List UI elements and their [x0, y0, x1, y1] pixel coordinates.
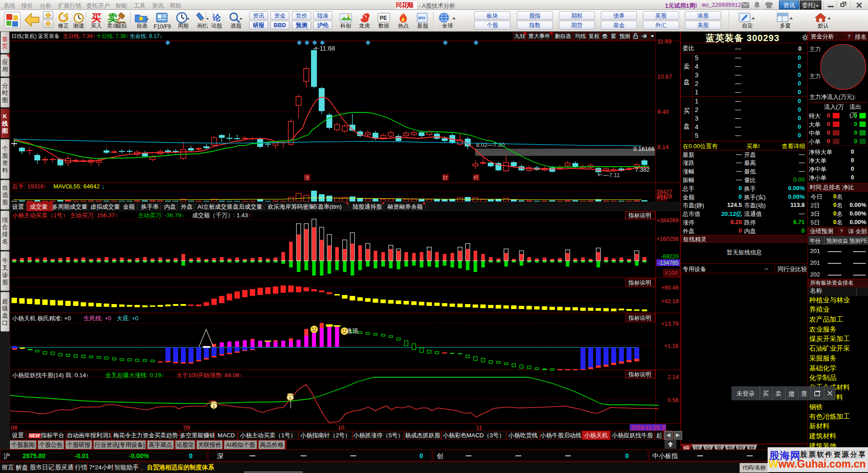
svg-text:AI立桩成交量: AI立桩成交量 [198, 203, 232, 210]
svg-text:逃顶: 逃顶 [346, 328, 359, 334]
svg-text:指标说明: 指标说明 [628, 280, 651, 286]
svg-text:8.16166: 8.16166 [633, 145, 655, 152]
svg-text:$: $ [213, 404, 215, 408]
svg-text:+1.16: +1.16 [664, 343, 679, 349]
svg-text:内盘: 内盘 [164, 203, 176, 210]
svg-text:X100: X100 [665, 270, 678, 276]
svg-text:↓: ↓ [102, 183, 105, 190]
svg-text:市盈率(ttm): 市盈率(ttm) [312, 203, 342, 210]
svg-text:删自选: 删自选 [555, 33, 571, 39]
svg-text:涨: 涨 [304, 174, 310, 181]
svg-text:盘后成交量: 盘后成交量 [233, 203, 262, 210]
svg-text:X10: X10 [656, 195, 666, 201]
svg-text:IPO: IPO [418, 16, 425, 20]
svg-text:换手率: 换手率 [141, 203, 159, 210]
svg-text:陆股通持股: 陆股通持股 [353, 203, 382, 210]
svg-text:虚拟成交量: 虚拟成交量 [90, 203, 120, 210]
svg-text:总手: 19316↑: 总手: 19316↑ [12, 183, 47, 190]
svg-text:7.382: 7.382 [635, 166, 650, 173]
svg-text:+384269: +384269 [656, 217, 679, 224]
svg-text:0.56: 0.56 [668, 397, 679, 403]
svg-text:+42.19: +42.19 [661, 298, 679, 304]
svg-text:榜: 榜 [473, 174, 479, 181]
svg-text:预测: 预测 [619, 33, 630, 39]
svg-text:9.40: 9.40 [657, 108, 669, 115]
svg-text:大于100开始强势: 84.06↑: 大于100开始强势: 84.06↑ [176, 372, 242, 379]
svg-text:金额: 金额 [123, 203, 135, 210]
svg-text:成交额（千万）: 1.43↑: 成交额（千万）: 1.43↑ [192, 212, 251, 219]
svg-text:均线: 均线 [575, 33, 586, 39]
svg-text:日线(复权): 日线(复权) [11, 33, 37, 39]
svg-text:PE: PE [380, 15, 387, 21]
svg-text:成交量: 成交量 [30, 203, 47, 210]
svg-text:指标说明: 指标说明 [628, 371, 651, 378]
svg-text:+160256: +160256 [656, 236, 679, 242]
svg-text:外盘: 外盘 [180, 203, 193, 210]
svg-text:窗: 窗 [611, 33, 616, 39]
svg-text:小杨天机 杨氏精准: +0: 小杨天机 杨氏精准: +0 [12, 315, 71, 322]
svg-text:欢乐海岸筹码密集: 欢乐海岸筹码密集 [268, 203, 315, 210]
svg-text:MAVOL55: 64642: MAVOL55: 64642 [53, 183, 99, 190]
svg-text:10.67: 10.67 [657, 73, 672, 80]
svg-text:小杨捉妖找牛股(14) 我: 0.14↑: 小杨捉妖找牛股(14) 我: 0.14↑ [12, 372, 89, 379]
svg-text:生命线: 8.17↓: 生命线: 8.17↓ [130, 33, 162, 39]
svg-text:主动卖万: -36.79↑: 主动卖万: -36.79↑ [138, 212, 184, 219]
svg-text:设置: 设置 [12, 203, 24, 210]
svg-text:-134785: -134785 [658, 260, 679, 266]
svg-text:重大事件: 重大事件 [528, 33, 550, 39]
svg-text:小杨主动买卖（1号） 主动买万: 156.37↑: 小杨主动买卖（1号） 主动买万: 156.37↑ [12, 212, 118, 219]
svg-text:五日线: 7.34↑: 五日线: 7.34↑ [63, 33, 95, 39]
svg-text:九转: 九转 [514, 33, 525, 39]
svg-text:复权: 复权 [589, 33, 599, 39]
svg-text:+80.46: +80.46 [661, 285, 679, 291]
svg-text:09: 09 [184, 424, 190, 431]
svg-text:2019-11-29,五: 2019-11-29,五 [631, 425, 667, 431]
svg-text:08: 08 [11, 424, 17, 431]
svg-text:11.93: 11.93 [657, 38, 672, 45]
svg-text:11.68: 11.68 [320, 45, 335, 52]
svg-text:大底: +0: 大底: +0 [117, 315, 138, 322]
svg-text:11: 11 [476, 424, 482, 431]
svg-text:十日线: 7.38↑: 十日线: 7.38↑ [96, 33, 129, 39]
svg-text:指标说明: 指标说明 [628, 212, 651, 219]
svg-text:生死线: +0: 生死线: +0 [84, 315, 111, 322]
svg-text:2.14: 2.14 [668, 374, 679, 380]
svg-text:$: $ [289, 396, 292, 400]
svg-text:多周期成交量: 多周期成交量 [52, 203, 87, 210]
svg-text:10: 10 [338, 424, 344, 431]
svg-text:蓝英装备: 蓝英装备 [38, 33, 60, 39]
svg-text:融资融券余额: 融资融券余额 [387, 203, 423, 210]
svg-text:—7.11: —7.11 [603, 172, 620, 178]
svg-text:-69220: -69220 [661, 253, 679, 260]
svg-text:金叉起爆大涨线: 0.19↑: 金叉起爆大涨线: 0.19↑ [105, 372, 164, 379]
svg-text:财: 财 [443, 174, 448, 181]
svg-text:指标说明: 指标说明 [628, 315, 651, 321]
svg-text:+13.79: +13.79 [661, 321, 679, 327]
svg-text:叠: 叠 [602, 33, 608, 39]
svg-text:8.14: 8.14 [657, 144, 669, 150]
